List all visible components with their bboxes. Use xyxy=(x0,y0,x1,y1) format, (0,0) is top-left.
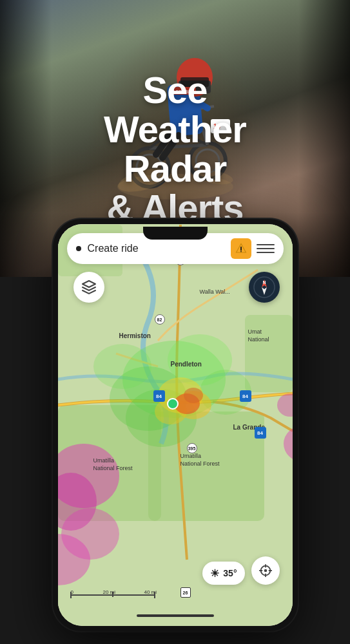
scale-label-0: 0 xyxy=(71,589,73,595)
scale-label-40: 40 mi xyxy=(144,589,157,595)
topbar-title: Create ride xyxy=(88,243,231,254)
shield-26: 26 xyxy=(180,587,191,598)
location-button[interactable] xyxy=(251,556,280,585)
warning-icon[interactable] xyxy=(231,238,251,259)
svg-text:ACERBIS: ACERBIS xyxy=(172,90,193,94)
svg-point-33 xyxy=(93,344,151,389)
shield-395-bottom: 395 xyxy=(187,443,197,453)
svg-point-4 xyxy=(196,149,219,173)
svg-point-45 xyxy=(168,399,178,409)
compass[interactable]: N xyxy=(249,272,280,303)
menu-line-1 xyxy=(257,244,275,245)
shield-84-mid: 84 xyxy=(153,390,165,402)
weather-temp-value: 35° xyxy=(223,568,237,578)
menu-line-3 xyxy=(257,252,275,253)
scale-label-20: 20 mi xyxy=(103,589,116,595)
svg-rect-26 xyxy=(245,315,293,392)
phone-notch xyxy=(143,227,208,240)
svg-point-57 xyxy=(264,569,267,573)
layers-icon xyxy=(81,279,97,295)
svg-point-38 xyxy=(184,388,203,403)
phone-home-indicator xyxy=(137,614,214,617)
svg-text:10: 10 xyxy=(213,123,221,130)
layers-button[interactable] xyxy=(73,272,104,303)
weather-temp-button[interactable]: ☀ 35° xyxy=(202,562,244,585)
svg-point-51 xyxy=(240,251,242,252)
map-background: Walla Wal... Hermiston Pendleton La Gran… xyxy=(58,224,293,626)
compass-icon: N xyxy=(253,276,276,299)
shield-84-right: 84 xyxy=(240,390,251,402)
topbar-dot xyxy=(76,246,81,251)
shield-82: 82 xyxy=(155,314,165,325)
menu-line-2 xyxy=(257,248,275,249)
phone-frame: Walla Wal... Hermiston Pendleton La Gran… xyxy=(53,219,298,631)
rider-illustration: 10 ACERBIS xyxy=(111,19,240,200)
location-icon xyxy=(258,564,273,578)
svg-text:N: N xyxy=(262,280,266,285)
menu-button[interactable] xyxy=(257,240,275,258)
weather-sun-icon: ☀ xyxy=(210,567,219,580)
phone-mockup: Walla Wal... Hermiston Pendleton La Gran… xyxy=(53,219,298,631)
shield-84-grande: 84 xyxy=(255,427,266,439)
phone-screen: Walla Wal... Hermiston Pendleton La Gran… xyxy=(58,224,293,626)
svg-rect-13 xyxy=(180,77,209,87)
